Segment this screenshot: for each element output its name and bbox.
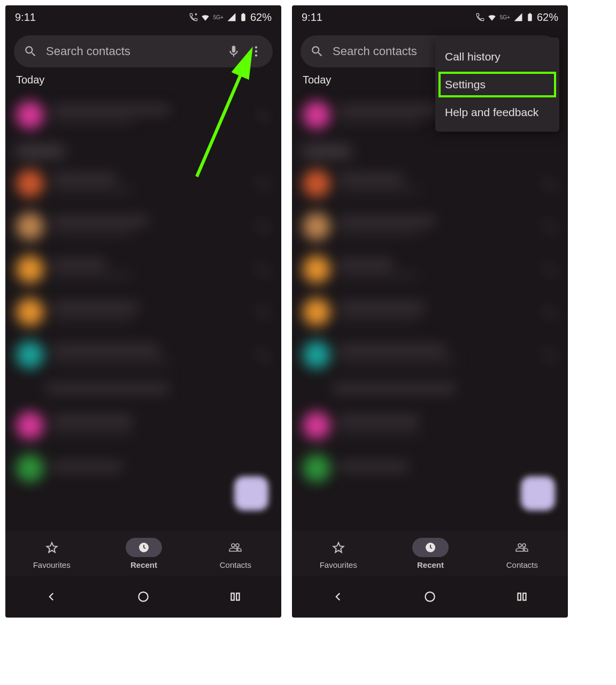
star-icon (45, 541, 58, 554)
overview-icon[interactable] (228, 590, 242, 604)
nav-label: Recent (417, 560, 444, 569)
call-icon[interactable] (543, 219, 557, 233)
call-row[interactable] (301, 447, 559, 490)
call-log-content: Today (5, 74, 281, 490)
system-nav-bar (5, 576, 281, 618)
more-menu-icon[interactable] (249, 44, 263, 58)
avatar (303, 298, 330, 326)
status-bar: 9:11 5G+ 62% (292, 5, 568, 29)
star-icon (332, 541, 345, 554)
call-row[interactable] (301, 376, 559, 404)
avatar (303, 212, 330, 240)
avatar (16, 101, 44, 129)
wifi-calling-icon (189, 12, 198, 22)
nav-recent[interactable]: Recent (126, 538, 162, 569)
avatar (303, 412, 330, 439)
call-row[interactable] (14, 333, 273, 376)
call-row[interactable] (14, 376, 273, 404)
call-row[interactable] (301, 162, 559, 205)
avatar (16, 170, 44, 197)
avatar (16, 212, 44, 240)
nav-contacts[interactable]: Contacts (504, 538, 540, 569)
avatar (303, 170, 330, 197)
network-type-label: 5G+ (500, 14, 510, 20)
back-icon[interactable] (44, 590, 58, 604)
status-time: 9:11 (15, 11, 36, 24)
search-icon (24, 44, 37, 58)
phone-screenshot-left: 9:11 5G+ 62% Search contacts Today (5, 5, 281, 618)
call-row[interactable] (14, 291, 273, 333)
svg-point-10 (425, 592, 434, 601)
svg-rect-7 (231, 593, 234, 600)
call-log-content: Today (292, 74, 568, 490)
call-icon[interactable] (543, 177, 557, 191)
dialpad-fab[interactable] (521, 476, 555, 511)
home-icon[interactable] (136, 590, 150, 604)
menu-item-call-history[interactable]: Call history (435, 42, 559, 72)
people-icon (229, 541, 242, 554)
menu-item-help-feedback[interactable]: Help and feedback (435, 97, 559, 127)
call-icon[interactable] (257, 262, 271, 276)
menu-item-settings[interactable]: Settings (438, 72, 556, 97)
back-icon[interactable] (331, 590, 345, 604)
nav-contacts[interactable]: Contacts (217, 538, 253, 569)
status-time: 9:11 (302, 11, 322, 24)
status-bar: 9:11 5G+ 62% (5, 5, 281, 29)
avatar (303, 454, 330, 482)
nav-recent[interactable]: Recent (412, 538, 449, 569)
nav-label: Contacts (506, 560, 538, 569)
call-icon[interactable] (257, 177, 271, 191)
call-icon[interactable] (543, 305, 557, 319)
nav-label: Favourites (33, 560, 71, 569)
call-row[interactable] (301, 404, 559, 447)
battery-percent: 62% (250, 11, 272, 24)
wifi-calling-icon (475, 12, 485, 22)
blurred-call-list (301, 94, 559, 490)
avatar (16, 255, 44, 283)
call-row[interactable] (301, 248, 559, 291)
avatar (16, 412, 44, 439)
avatar (303, 341, 330, 369)
call-row[interactable] (14, 447, 273, 490)
search-placeholder: Search contacts (46, 44, 218, 58)
avatar (16, 298, 44, 326)
cellular-signal-icon (227, 12, 236, 22)
call-icon[interactable] (543, 348, 557, 362)
search-icon (310, 44, 324, 58)
people-icon (515, 541, 528, 554)
call-row[interactable] (14, 94, 273, 136)
call-icon[interactable] (257, 348, 271, 362)
nav-favourites[interactable]: Favourites (320, 538, 357, 569)
call-row[interactable] (14, 404, 273, 447)
call-row[interactable] (14, 248, 273, 291)
search-bar[interactable]: Search contacts (14, 35, 273, 67)
call-icon[interactable] (543, 262, 557, 276)
call-icon[interactable] (257, 305, 271, 319)
overview-icon[interactable] (515, 590, 529, 604)
wifi-icon (487, 12, 497, 22)
svg-point-0 (255, 46, 257, 48)
call-row[interactable] (301, 333, 559, 376)
svg-point-6 (138, 592, 148, 601)
svg-rect-11 (518, 593, 520, 600)
dialpad-fab[interactable] (234, 476, 268, 511)
call-icon[interactable] (257, 108, 271, 122)
svg-rect-12 (523, 593, 526, 600)
clock-icon (137, 541, 150, 554)
call-row[interactable] (14, 205, 273, 248)
mic-icon[interactable] (227, 44, 241, 58)
wifi-icon (201, 12, 210, 22)
call-row[interactable] (301, 291, 559, 333)
battery-icon (238, 12, 248, 22)
call-row[interactable] (14, 162, 273, 205)
nav-favourites[interactable]: Favourites (33, 538, 71, 569)
svg-rect-8 (236, 593, 239, 600)
call-icon[interactable] (257, 219, 271, 233)
call-row[interactable] (301, 205, 559, 248)
status-icons: 5G+ 62% (189, 11, 272, 24)
bottom-nav: Favourites Recent Contacts (292, 531, 568, 576)
blurred-call-list (14, 94, 273, 490)
status-icons: 5G+ 62% (475, 11, 558, 24)
home-icon[interactable] (423, 590, 437, 604)
svg-point-1 (255, 50, 257, 52)
